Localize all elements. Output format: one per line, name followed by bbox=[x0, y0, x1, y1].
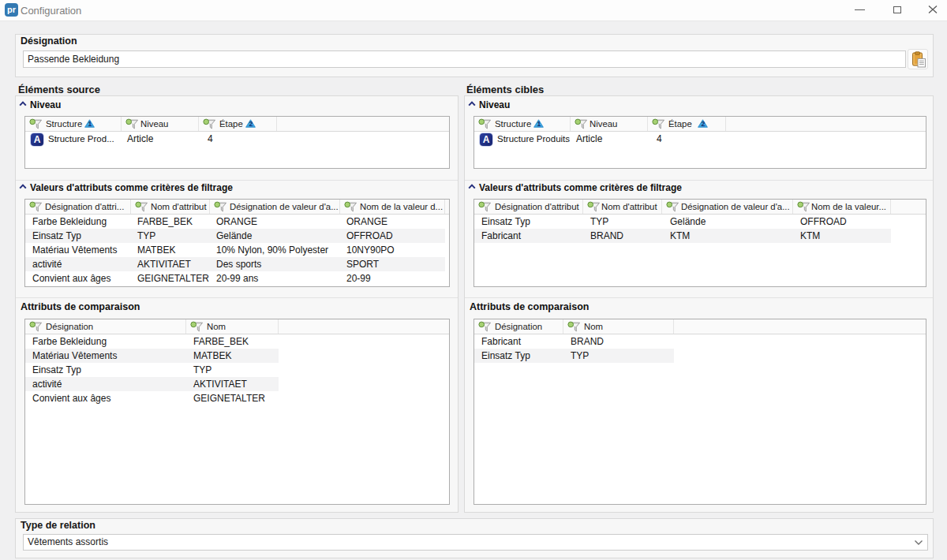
svg-text:2: 2 bbox=[702, 120, 706, 128]
svg-text:1: 1 bbox=[537, 120, 541, 128]
svg-text:1: 1 bbox=[88, 120, 92, 128]
svg-text:2: 2 bbox=[249, 120, 253, 128]
